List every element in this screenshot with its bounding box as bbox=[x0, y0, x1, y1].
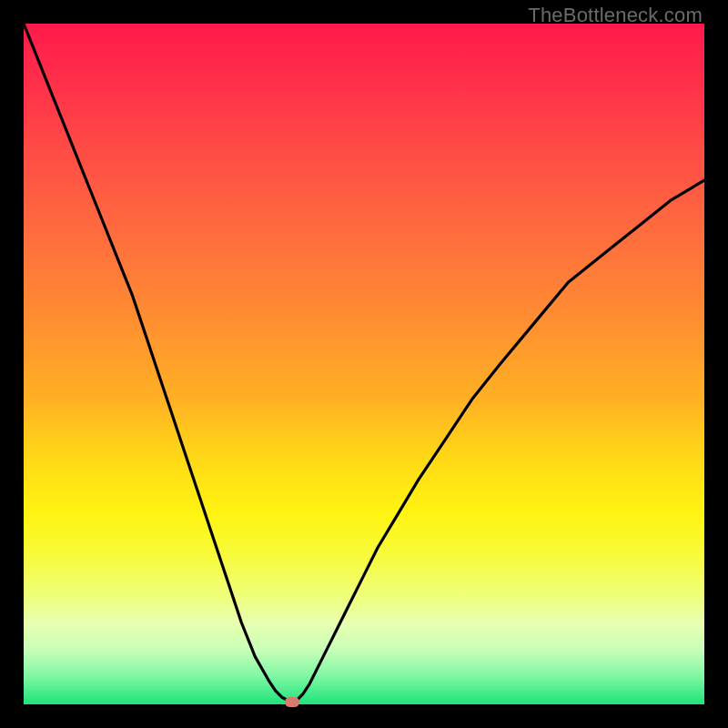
watermark-text: TheBottleneck.com bbox=[528, 4, 703, 27]
chart-frame: TheBottleneck.com bbox=[0, 0, 728, 728]
optimal-marker bbox=[285, 697, 299, 707]
curve-layer bbox=[24, 24, 704, 704]
bottleneck-curve bbox=[24, 24, 704, 704]
